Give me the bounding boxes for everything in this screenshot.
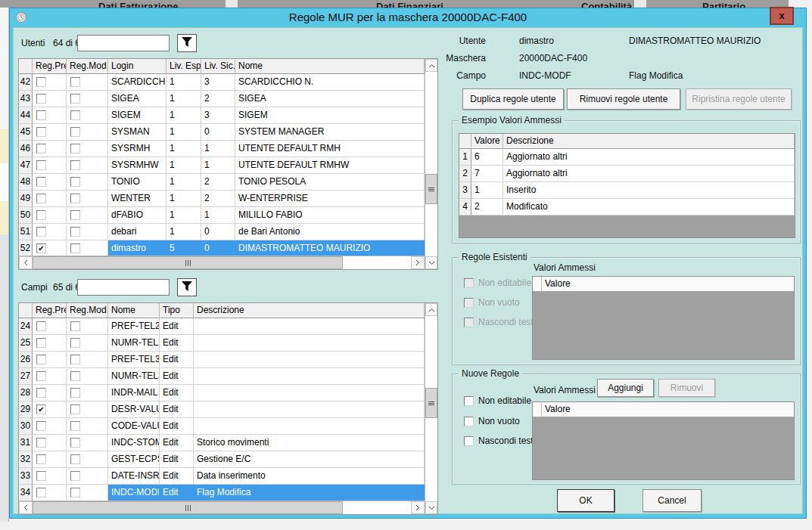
valore-cell[interactable]: 1 xyxy=(471,182,503,199)
liv_sic-cell[interactable]: 1 xyxy=(201,157,235,174)
num-cell[interactable]: 51 xyxy=(19,224,33,240)
login-cell[interactable]: dimastro xyxy=(108,240,166,257)
liv_esp-cell[interactable]: 1 xyxy=(166,74,201,91)
desc-cell[interactable]: Inserito xyxy=(503,182,795,199)
descrizione-cell[interactable]: Data inserimento xyxy=(194,468,425,485)
scroll-track[interactable] xyxy=(33,501,411,514)
descrizione-cell[interactable] xyxy=(194,385,425,401)
scroll-thumb[interactable] xyxy=(425,174,437,204)
reg-mod-checkbox[interactable] xyxy=(70,227,80,237)
liv_esp-cell[interactable]: 1 xyxy=(166,124,201,141)
fields-filter-button[interactable] xyxy=(177,278,197,296)
fields-filter-input[interactable] xyxy=(77,279,170,296)
table-row[interactable]: 33DATE-INSREditData inserimento xyxy=(19,468,425,485)
table-row[interactable]: 48TONIO12TONIO PESOLA xyxy=(19,174,425,191)
nome-cell[interactable]: SYSTEM MANAGER xyxy=(235,124,425,141)
login-cell[interactable]: SIGEM xyxy=(108,107,166,124)
liv_esp-cell[interactable]: 1 xyxy=(166,174,201,191)
reg-prec-checkbox[interactable] xyxy=(36,127,46,137)
tipo-cell[interactable]: Edit xyxy=(160,352,194,368)
tipo-cell[interactable]: Edit xyxy=(160,385,194,401)
tipo-cell[interactable]: Edit xyxy=(160,435,194,451)
scroll-up-button[interactable] xyxy=(425,303,437,316)
reg-mod-checkbox[interactable] xyxy=(70,371,80,381)
nome-cell[interactable]: SCARDICCHIO N. xyxy=(235,74,425,91)
table-row[interactable]: 42SCARDICCHIO13SCARDICCHIO N. xyxy=(19,74,425,91)
reg-mod-checkbox[interactable] xyxy=(70,77,80,87)
num-cell[interactable]: 34 xyxy=(19,485,33,501)
liv_esp-cell[interactable]: 1 xyxy=(166,91,201,107)
reg-mod-checkbox[interactable] xyxy=(70,243,80,253)
login-cell[interactable]: TONIO xyxy=(108,174,166,191)
num-cell[interactable]: 27 xyxy=(19,368,33,385)
dialog-titlebar[interactable]: Regole MUR per la maschera 20000DAC-F400… xyxy=(13,8,803,27)
table-row[interactable]: 24PREF-TEL2Edit xyxy=(19,318,425,335)
table-row[interactable]: 29✔DESR-VALUEdit xyxy=(19,401,425,418)
reg-mod-checkbox[interactable] xyxy=(70,438,80,448)
reg-prec-checkbox[interactable] xyxy=(36,210,46,220)
reg-mod-checkbox[interactable] xyxy=(70,454,80,464)
descrizione-cell[interactable] xyxy=(194,352,425,368)
liv_sic-cell[interactable]: 1 xyxy=(201,141,235,157)
nome-cell[interactable]: PREF-TEL3 xyxy=(108,352,160,368)
reg-prec-checkbox[interactable] xyxy=(36,160,46,170)
liv_sic-cell[interactable]: 1 xyxy=(201,207,235,224)
tipo-cell[interactable]: Edit xyxy=(160,418,194,435)
login-cell[interactable]: SYSRMH xyxy=(108,141,166,157)
table-row[interactable]: 27Aggiornato altri xyxy=(459,166,795,182)
nome-cell[interactable]: INDR-MAIL xyxy=(108,385,160,401)
reg-prec-checkbox[interactable] xyxy=(36,177,46,187)
scroll-track[interactable] xyxy=(33,256,411,269)
num-cell[interactable]: 46 xyxy=(19,141,33,157)
valore-cell[interactable]: 7 xyxy=(471,166,503,182)
descrizione-cell[interactable]: Storico movimenti xyxy=(194,435,425,451)
table-row[interactable]: 51debari10de Bari Antonio xyxy=(19,224,425,240)
nome-cell[interactable]: UTENTE DEFAULT RMH xyxy=(235,141,425,157)
nome-cell[interactable]: INDC-STOM xyxy=(108,435,160,451)
reg-prec-checkbox[interactable] xyxy=(36,421,46,431)
table-row[interactable]: 43SIGEA12SIGEA xyxy=(19,91,425,107)
table-row[interactable]: 26PREF-TEL3Edit xyxy=(19,352,425,368)
reg-prec-checkbox[interactable] xyxy=(36,227,46,237)
descrizione-cell[interactable]: Gestione E/C xyxy=(194,451,425,468)
login-cell[interactable]: debari xyxy=(108,224,166,240)
liv_esp-cell[interactable]: 1 xyxy=(166,191,201,207)
table-row[interactable]: 42Modificato xyxy=(459,199,795,215)
tipo-cell[interactable]: Edit xyxy=(160,318,194,335)
users-filter-button[interactable] xyxy=(177,34,197,52)
num-cell[interactable]: 4 xyxy=(459,199,471,215)
liv_sic-cell[interactable]: 2 xyxy=(201,191,235,207)
tipo-cell[interactable]: Edit xyxy=(160,451,194,468)
num-cell[interactable]: 50 xyxy=(19,207,33,224)
descrizione-cell[interactable] xyxy=(194,335,425,352)
descrizione-cell[interactable]: Flag Modifica xyxy=(194,485,425,501)
table-row[interactable]: 31INDC-STOMEditStorico movimenti xyxy=(19,435,425,451)
scroll-right-button[interactable] xyxy=(411,256,425,269)
reg-mod-checkbox[interactable] xyxy=(70,144,80,153)
reg-mod-checkbox[interactable] xyxy=(70,210,80,220)
table-row[interactable]: 47SYSRMHW11UTENTE DEFAULT RMHW xyxy=(19,157,425,174)
nome-cell[interactable]: SIGEA xyxy=(235,91,425,107)
non-editabile-checkbox[interactable] xyxy=(464,396,474,406)
scroll-down-button[interactable] xyxy=(425,501,437,514)
nome-cell[interactable]: de Bari Antonio xyxy=(235,224,425,240)
desc-cell[interactable]: Modificato xyxy=(503,199,795,215)
reg-mod-checkbox[interactable] xyxy=(70,421,80,431)
liv_esp-cell[interactable]: 5 xyxy=(166,240,201,257)
reg-mod-checkbox[interactable] xyxy=(70,355,80,364)
login-cell[interactable]: WENTER xyxy=(108,191,166,207)
table-row[interactable]: 32GEST-ECPSEditGestione E/C xyxy=(19,451,425,468)
valore-cell[interactable]: 6 xyxy=(471,149,503,166)
table-row[interactable]: 34INDC-MODFEditFlag Modifica xyxy=(19,485,425,501)
liv_esp-cell[interactable]: 1 xyxy=(166,107,201,124)
users-vertical-scrollbar[interactable] xyxy=(425,59,437,269)
num-cell[interactable]: 47 xyxy=(19,157,33,174)
scroll-left-button[interactable] xyxy=(19,501,33,514)
num-cell[interactable]: 29 xyxy=(19,401,33,418)
close-button[interactable]: x xyxy=(770,7,794,25)
reg-prec-checkbox[interactable] xyxy=(36,371,46,381)
ok-button[interactable]: OK xyxy=(557,489,614,512)
num-cell[interactable]: 26 xyxy=(19,352,33,368)
scroll-down-button[interactable] xyxy=(425,256,437,269)
tipo-cell[interactable]: Edit xyxy=(160,335,194,352)
